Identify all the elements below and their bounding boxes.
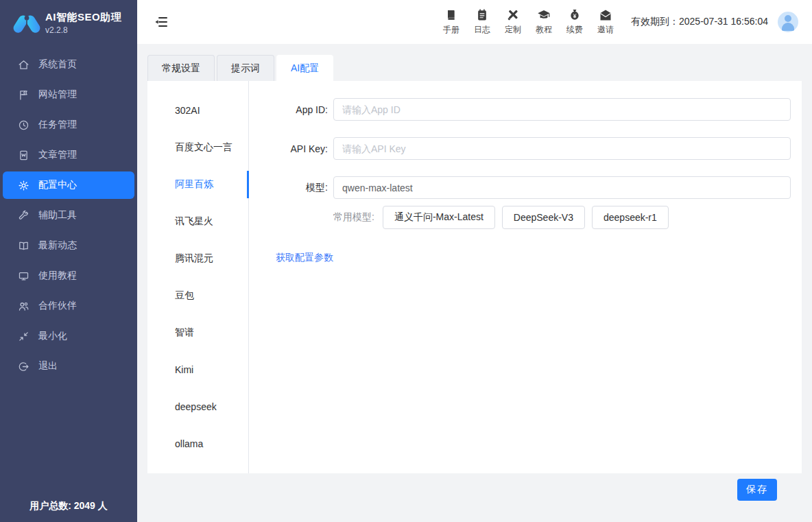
logout-icon (18, 361, 29, 372)
model-input[interactable] (333, 176, 791, 199)
tutorial-link[interactable]: 教程 (530, 8, 558, 36)
invite-link[interactable]: 邀请 (592, 8, 619, 36)
get-config-params-link[interactable]: 获取配置参数 (276, 252, 333, 264)
sidebar-item-tutorials[interactable]: 使用教程 (3, 262, 134, 289)
avatar-person-icon (785, 15, 791, 22)
provider-302ai[interactable]: 302AI (147, 92, 248, 129)
provider-tencent-hunyuan[interactable]: 腾讯混元 (147, 240, 248, 277)
model-option-deepseek-v3-button[interactable]: DeepSeek-V3 (502, 206, 585, 229)
document-icon (18, 150, 29, 161)
model-option-deepseek-r1-button[interactable]: deepseek-r1 (592, 206, 669, 229)
provider-baidu-wenxin[interactable]: 百度文心一言 (147, 129, 248, 166)
app-version: v2.2.8 (45, 25, 121, 35)
quick-link-label: 日志 (474, 24, 490, 36)
topbar-right: 手册 日志 定制 教程 续费 (438, 8, 798, 36)
sidebar-item-label: 退出 (38, 360, 58, 372)
sidebar-nav: 系统首页 网站管理 任务管理 文章管理 配置中心 辅助工具 (0, 51, 137, 380)
quick-link-label: 教程 (536, 24, 552, 36)
sidebar-item-label: 合作伙伴 (38, 300, 77, 312)
tools-icon (506, 8, 520, 22)
home-icon (18, 59, 29, 71)
tab-prompts[interactable]: 提示词 (217, 55, 274, 81)
app-window: AI智能SEO助理 v2.2.8 系统首页 网站管理 任务管理 文章管理 (0, 0, 812, 522)
save-button[interactable]: 保存 (737, 479, 777, 501)
sidebar-item-label: 任务管理 (38, 119, 77, 131)
renew-link[interactable]: 续费 (561, 8, 588, 36)
user-total-stat: 用户总数: 2049 人 (0, 500, 137, 512)
api-key-row: API Key: (276, 137, 791, 160)
money-bag-icon (568, 8, 582, 22)
sidebar-item-label: 系统首页 (38, 58, 77, 71)
graduation-cap-icon (537, 8, 551, 22)
partners-icon (18, 300, 29, 312)
main-area: 手册 日志 定制 教程 续费 (137, 0, 812, 522)
provider-ali-bailian[interactable]: 阿里百炼 (147, 166, 248, 203)
content-area: 常规设置 提示词 AI配置 302AI 百度文心一言 阿里百炼 讯飞星火 腾讯混… (137, 44, 812, 522)
validity-value: 2025-07-31 16:56:04 (679, 16, 768, 27)
sidebar-item-minimize[interactable]: 最小化 (3, 322, 134, 350)
collapse-sidebar-icon[interactable] (154, 14, 169, 29)
sidebar-item-label: 文章管理 (38, 149, 77, 161)
minimize-icon (18, 331, 29, 342)
sidebar-item-label: 辅助工具 (38, 209, 77, 222)
sidebar-item-websites[interactable]: 网站管理 (3, 81, 134, 108)
provider-zhipu[interactable]: 智谱 (147, 314, 248, 351)
validity-text: 有效期到：2025-07-31 16:56:04 (631, 16, 768, 28)
sidebar-item-articles[interactable]: 文章管理 (3, 141, 134, 169)
quick-link-label: 续费 (566, 24, 583, 36)
sidebar-item-tasks[interactable]: 任务管理 (3, 111, 134, 139)
provider-doubao[interactable]: 豆包 (147, 277, 248, 314)
app-id-input[interactable] (333, 98, 791, 121)
tab-ai-config[interactable]: AI配置 (276, 55, 333, 81)
app-logo-text: AI智能SEO助理 v2.2.8 (45, 11, 121, 35)
avatar[interactable] (778, 12, 798, 32)
app-logo-icon (12, 8, 41, 37)
sidebar-item-label: 配置中心 (38, 179, 77, 191)
api-key-input[interactable] (333, 137, 791, 160)
api-key-label: API Key: (276, 143, 328, 154)
monitor-icon (18, 270, 29, 282)
provider-kimi[interactable]: Kimi (147, 351, 248, 388)
app-id-row: App ID: (276, 98, 791, 121)
validity-label: 有效期到： (631, 16, 679, 27)
quick-link-label: 定制 (505, 24, 521, 36)
manual-link[interactable]: 手册 (438, 8, 465, 36)
sidebar-item-home[interactable]: 系统首页 (3, 51, 134, 78)
sidebar: AI智能SEO助理 v2.2.8 系统首页 网站管理 任务管理 文章管理 (0, 0, 137, 522)
sidebar-item-config[interactable]: 配置中心 (3, 171, 134, 199)
provider-ollama[interactable]: ollama (147, 425, 248, 462)
model-option-qwen-button[interactable]: 通义千问-Max-Latest (383, 206, 495, 229)
app-title: AI智能SEO助理 (45, 11, 121, 24)
sidebar-item-label: 使用教程 (38, 270, 77, 282)
model-row: 模型: (276, 176, 791, 199)
sidebar-item-tools[interactable]: 辅助工具 (3, 202, 134, 229)
sidebar-item-label: 最小化 (38, 330, 67, 342)
provider-deepseek[interactable]: deepseek (147, 388, 248, 425)
clock-icon (18, 119, 29, 131)
envelope-icon (599, 8, 612, 22)
flag-icon (18, 89, 29, 101)
settings-tabs: 常规设置 提示词 AI配置 (147, 55, 802, 81)
save-row: 保存 (147, 473, 802, 501)
provider-list: 302AI 百度文心一言 阿里百炼 讯飞星火 腾讯混元 豆包 智谱 Kimi d… (147, 81, 249, 473)
book-open-icon (18, 240, 29, 252)
common-models-label: 常用模型: (333, 211, 374, 224)
wrench-icon (18, 210, 29, 222)
ai-config-panel: 302AI 百度文心一言 阿里百炼 讯飞星火 腾讯混元 豆包 智谱 Kimi d… (147, 81, 802, 473)
model-label: 模型: (276, 182, 328, 194)
app-id-label: App ID: (276, 104, 328, 115)
app-logo: AI智能SEO助理 v2.2.8 (0, 0, 137, 44)
sidebar-item-label: 网站管理 (38, 88, 77, 101)
gear-icon (18, 180, 29, 191)
custom-link[interactable]: 定制 (499, 8, 527, 36)
log-icon (475, 8, 489, 22)
sidebar-item-label: 最新动态 (38, 239, 77, 252)
provider-config-form: App ID: API Key: 模型: 常用模型: 通义千问-Ma (249, 81, 802, 473)
provider-xunfei-spark[interactable]: 讯飞星火 (147, 203, 248, 240)
sidebar-item-logout[interactable]: 退出 (3, 353, 134, 380)
sidebar-item-news[interactable]: 最新动态 (3, 232, 134, 259)
log-link[interactable]: 日志 (468, 8, 496, 36)
tab-general-settings[interactable]: 常规设置 (147, 55, 215, 81)
quick-link-label: 手册 (443, 24, 459, 36)
sidebar-item-partners[interactable]: 合作伙伴 (3, 292, 134, 320)
